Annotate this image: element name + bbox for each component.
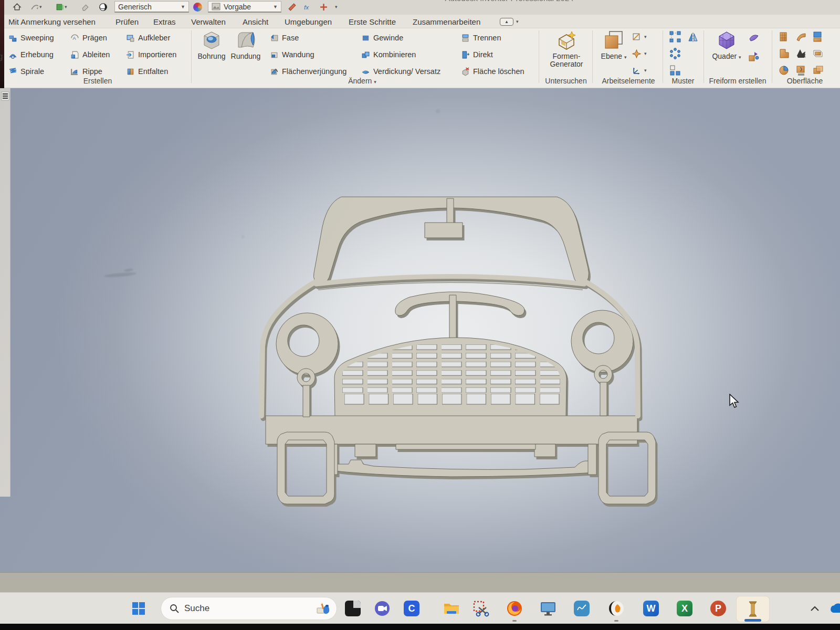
tab-zusammenarbeiten[interactable]: Zusammenarbeiten: [411, 15, 482, 28]
surface-replace-button[interactable]: [812, 46, 824, 61]
hamburger-menu-icon[interactable]: [1, 91, 9, 101]
add-icon[interactable]: [319, 1, 328, 13]
tray-expand-button[interactable]: [805, 599, 824, 618]
tab-umgebungen[interactable]: Umgebungen: [282, 15, 334, 28]
rundung-button[interactable]: Rundung: [229, 29, 262, 60]
powerpoint-button[interactable]: P: [709, 599, 728, 618]
surface-trim-button[interactable]: [812, 29, 824, 44]
surface-offset-button[interactable]: [812, 63, 824, 78]
inventor-icon: [745, 600, 761, 618]
clipchamp-letter: C: [408, 603, 415, 614]
display-app-button[interactable]: [539, 599, 558, 618]
formen-generator-button[interactable]: Formen-Generator: [543, 29, 590, 68]
fold-icon: [353, 601, 361, 608]
clipchamp-button[interactable]: C: [402, 599, 421, 618]
ebene-button[interactable]: Ebene ▾: [598, 29, 629, 61]
circular-pattern-button[interactable]: [669, 46, 681, 61]
gewinde-button[interactable]: Gewinde: [361, 30, 403, 45]
color-wheel-icon[interactable]: [193, 1, 202, 13]
group-label-aendern[interactable]: Ändern ▾: [284, 77, 441, 87]
material-style-combo[interactable]: Generisch▼: [114, 1, 189, 13]
file-explorer-button[interactable]: [442, 599, 461, 618]
freeform-face-button[interactable]: [748, 30, 760, 45]
clipped-text-fragment: g: [0, 51, 3, 62]
ribbon-collapse-button[interactable]: ▲ ▾: [500, 17, 524, 26]
work-axis-button[interactable]: ▾: [632, 29, 647, 44]
audio-app-button[interactable]: [607, 599, 626, 618]
ableiten-button[interactable]: Ableiten: [70, 47, 110, 62]
surface-stitch-button[interactable]: [795, 63, 807, 78]
home-icon[interactable]: [13, 1, 22, 13]
inventor-app-button-active[interactable]: [736, 596, 770, 622]
flaeche-loeschen-button[interactable]: Fläche löschen: [461, 64, 524, 79]
screen-bezel: [0, 624, 840, 630]
surface-round-button[interactable]: [778, 63, 791, 78]
erhebung-button[interactable]: Erhebung: [8, 47, 54, 62]
active-app-indicator: [744, 619, 761, 622]
surface-stitch-icon: [795, 64, 807, 77]
tab-anmerkung[interactable]: Mit Anmerkung versehen: [6, 15, 98, 28]
tab-pruefen[interactable]: Prüfen: [113, 15, 141, 28]
ucs-button[interactable]: ▾: [632, 63, 647, 78]
wandung-button[interactable]: Wandung: [270, 47, 314, 62]
loft-icon: [8, 50, 17, 59]
fase-button[interactable]: Fase: [270, 30, 299, 45]
surface-round-icon: [778, 64, 791, 77]
surface-sculpt-button[interactable]: [795, 46, 807, 61]
surface-patch-button[interactable]: [778, 29, 791, 44]
sketch-pattern-icon: [669, 64, 681, 77]
svg-text:fx: fx: [304, 3, 309, 10]
rectangular-pattern-button[interactable]: [669, 29, 681, 44]
snipping-tool-button[interactable]: [471, 599, 490, 618]
bohrung-button[interactable]: Bohrung: [195, 29, 228, 60]
mirror-button[interactable]: [687, 29, 699, 44]
surface-sweep-button[interactable]: [795, 29, 807, 44]
kombinieren-button[interactable]: Kombinieren: [361, 47, 416, 62]
search-input[interactable]: Suche: [161, 597, 337, 620]
drawing-app-button[interactable]: [572, 599, 591, 618]
sketch-tool-icon[interactable]: ▾: [30, 1, 42, 13]
quader-button[interactable]: Quader ▾: [710, 29, 743, 61]
circular-pattern-icon: [669, 47, 681, 60]
unfold-icon: [126, 67, 135, 76]
thread-icon: [361, 34, 370, 43]
aufkleber-button[interactable]: Aufkleber: [126, 30, 170, 45]
firefox-button[interactable]: [505, 599, 524, 618]
parameters-fx-icon[interactable]: fx: [303, 1, 312, 13]
word-button[interactable]: W: [642, 599, 660, 618]
group-label-freiform: Freiform erstellen: [706, 77, 770, 87]
sketch-pattern-button[interactable]: [669, 63, 681, 78]
direkt-button[interactable]: Direkt: [461, 47, 493, 62]
sweeping-button[interactable]: Sweeping: [8, 30, 54, 45]
black-app-button[interactable]: [343, 599, 362, 618]
combine-icon: [361, 50, 370, 59]
praegen-button[interactable]: APrägen: [70, 30, 107, 45]
tab-extras[interactable]: Extras: [151, 15, 178, 28]
trennen-button[interactable]: Trennen: [461, 30, 501, 45]
tab-verwalten[interactable]: Verwalten: [189, 15, 228, 28]
qat-more-icon[interactable]: ▾: [335, 1, 338, 13]
appearance-sphere-icon[interactable]: [99, 1, 108, 13]
surface-extend-button[interactable]: [778, 46, 791, 61]
grille-lower-vents: [344, 394, 564, 405]
group-label-oberflaeche: Oberfläche: [776, 77, 834, 87]
eraser-icon[interactable]: [81, 1, 90, 13]
scribble-icon: [576, 603, 587, 614]
chamfer-icon: [270, 34, 279, 43]
windows-start-button[interactable]: [129, 599, 148, 618]
browser-panel-collapsed: [0, 88, 10, 497]
teams-button[interactable]: [373, 599, 392, 618]
powerpoint-letter: P: [715, 603, 721, 614]
freeform-convert-button[interactable]: [748, 49, 760, 64]
material-icon[interactable]: ▾: [56, 1, 67, 13]
onedrive-button[interactable]: [828, 599, 840, 618]
work-point-button[interactable]: ▾: [632, 46, 647, 61]
tab-erste-schritte[interactable]: Erste Schritte: [346, 15, 398, 28]
tab-ansicht[interactable]: Ansicht: [240, 15, 270, 28]
model-viewport[interactable]: [0, 88, 840, 572]
appearance-combo[interactable]: Vorgabe▼: [208, 1, 281, 13]
photo-edge-strip: [0, 0, 4, 88]
importieren-button[interactable]: Importieren: [126, 47, 176, 62]
excel-button[interactable]: X: [675, 599, 694, 618]
measure-icon[interactable]: [288, 1, 297, 13]
